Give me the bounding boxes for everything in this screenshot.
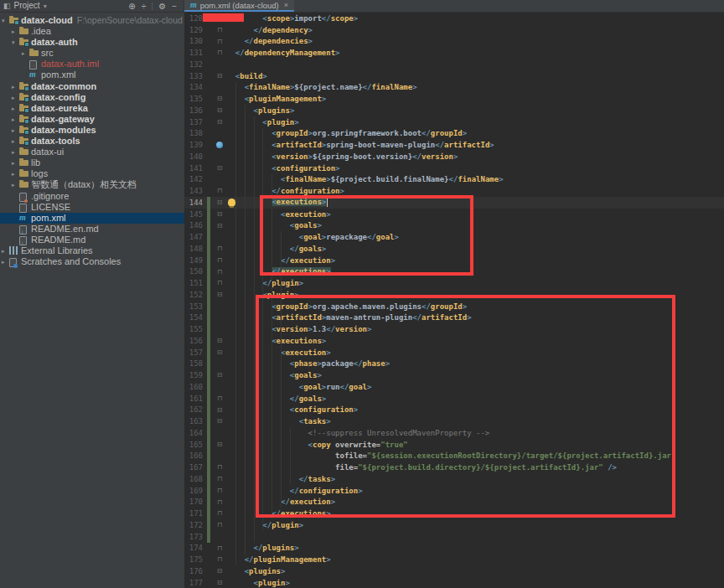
chevron-right-icon[interactable]: ▸ [2,245,5,256]
line-number[interactable]: 165 [186,441,203,449]
collapse-all-icon[interactable]: ÷ [142,2,147,11]
line-number[interactable]: 157 [186,348,203,357]
tree-item-datax-ui[interactable]: ▸datax-ui [0,147,184,157]
line-number[interactable]: 152 [186,291,203,299]
line-number[interactable]: 138 [186,129,203,137]
line-number[interactable]: 170 [186,498,203,506]
tree-item-datax-tools[interactable]: ▸datax-tools [0,136,184,147]
fold-close-marker-icon[interactable]: ⊓ [215,393,225,405]
code-line-129[interactable]: 129⊓ </dependency> [184,24,724,36]
code-line-136[interactable]: 136⊟ <plugins> [184,105,724,116]
line-number[interactable]: 135 [186,95,203,103]
code-line-135[interactable]: 135⊟ <pluginManagement> [184,93,724,105]
line-number[interactable]: 154 [186,313,203,322]
fold-open-marker-icon[interactable]: ⊟ [215,70,225,82]
tree-item-src[interactable]: ▸src [0,48,184,59]
line-number[interactable]: 142 [186,175,203,183]
fold-close-marker-icon[interactable]: ⊓ [215,543,225,554]
tree-item-readme.en.md[interactable]: README.en.md [0,224,184,235]
chevron-right-icon[interactable]: ▸ [2,256,5,267]
fold-close-marker-icon[interactable]: ⊓ [215,277,225,289]
line-number[interactable]: 133 [186,72,203,80]
fold-close-marker-icon[interactable]: ⊓ [215,485,225,497]
line-number[interactable]: 144 [186,199,203,207]
close-icon[interactable]: × [282,1,288,9]
tree-item-pom.xml[interactable]: mpom.xml [0,213,184,224]
intention-bulb-icon[interactable] [228,199,235,206]
chevron-right-icon[interactable]: ▸ [12,179,15,190]
fold-close-marker-icon[interactable]: ⊓ [215,473,225,485]
code-line-130[interactable]: 130⊓ </dependencies> [184,36,724,48]
line-number[interactable]: 128 [186,14,203,23]
gear-icon[interactable]: ⚙ [158,2,166,11]
fold-open-marker-icon[interactable]: ⊟ [215,347,225,358]
code-line-172[interactable]: 172⊓ </plugin> [184,519,724,531]
line-number[interactable]: 176 [186,567,203,575]
line-number[interactable]: 158 [186,359,203,368]
tree-item-lib[interactable]: ▸lib [0,157,184,168]
line-number[interactable]: 146 [186,221,203,230]
line-number[interactable]: 156 [186,337,203,345]
line-number[interactable]: 168 [186,475,203,483]
code-line-173[interactable]: 173 [184,531,724,543]
code-line-138[interactable]: 138 <groupId>org.springframework.boot</g… [184,128,724,140]
tree-item-datax-modules[interactable]: ▸datax-modules [0,125,184,136]
chevron-right-icon[interactable]: ▸ [12,92,15,103]
line-number[interactable]: 173 [186,533,203,541]
tree-item-.idea[interactable]: ▸.idea [0,26,184,37]
tree-item-datax-cloud[interactable]: ▾datax-cloudF:\openSource\datax-cloud [0,15,184,26]
line-number[interactable]: 148 [186,245,203,253]
chevron-right-icon[interactable]: ▸ [12,136,15,147]
line-number[interactable]: 136 [186,106,203,115]
tree-item-scratches-and-consoles[interactable]: ▸Scratches and Consoles [0,256,184,267]
line-number[interactable]: 162 [186,405,203,414]
line-number[interactable]: 141 [186,164,203,173]
chevron-right-icon[interactable]: ▸ [12,168,15,179]
fold-open-marker-icon[interactable]: ⊟ [215,289,225,301]
maven-plugin-gutter-icon[interactable] [216,142,223,148]
locate-file-icon[interactable]: ⊕ [128,2,135,11]
line-number[interactable]: 150 [186,267,203,276]
code-line-137[interactable]: 137⊟ <plugin> [184,116,724,128]
fold-close-marker-icon[interactable]: ⊓ [215,243,225,255]
code-line-176[interactable]: 176⊟ <plugins> [184,565,724,577]
line-number[interactable]: 130 [186,37,203,45]
tree-item-datax-common[interactable]: ▸datax-common [0,81,184,92]
tree-item-datax-eureka[interactable]: ▸datax-eureka [0,103,184,114]
line-number[interactable]: 169 [186,487,203,495]
tab-pom-xml[interactable]: m pom.xml (datax-cloud) × [184,0,294,12]
line-number[interactable]: 171 [186,509,203,518]
fold-open-marker-icon[interactable]: ⊟ [215,415,225,427]
code-line-131[interactable]: 131⊓ </dependencyManagement> [184,47,724,59]
fold-close-marker-icon[interactable]: ⊓ [215,24,225,36]
line-number[interactable]: 164 [186,429,203,437]
line-number[interactable]: 145 [186,210,203,219]
line-number[interactable]: 175 [186,555,203,564]
gutter-icon-cell[interactable] [215,139,225,151]
tree-item-external-libraries[interactable]: ▸External Libraries [0,245,184,256]
fold-close-marker-icon[interactable]: ⊓ [215,47,225,59]
code-line-134[interactable]: 134 <finalName>${project.name}</finalNam… [184,82,724,94]
fold-open-marker-icon[interactable]: ⊟ [215,197,225,209]
fold-open-marker-icon[interactable]: ⊟ [215,369,225,381]
line-number[interactable]: 131 [186,49,203,57]
line-number[interactable]: 147 [186,233,203,241]
fold-open-marker-icon[interactable]: ⊟ [215,209,225,220]
chevron-down-icon[interactable]: ▾ [12,37,15,48]
chevron-right-icon[interactable]: ▸ [12,26,15,37]
fold-close-marker-icon[interactable]: ⊓ [215,255,225,266]
fold-open-marker-icon[interactable]: ⊟ [215,335,225,347]
fold-open-marker-icon[interactable]: ⊟ [215,162,225,174]
line-number[interactable]: 160 [186,383,203,391]
fold-close-marker-icon[interactable]: ⊓ [215,508,225,519]
code-line-141[interactable]: 141⊟ <configuration> [184,162,724,174]
chevron-right-icon[interactable]: ▸ [12,114,15,125]
hide-panel-icon[interactable]: − [172,2,177,11]
line-number[interactable]: 149 [186,256,203,265]
tree-item-license[interactable]: LICENSE [0,202,184,213]
line-number[interactable]: 163 [186,417,203,426]
fold-open-marker-icon[interactable]: ⊟ [215,116,225,128]
chevron-down-icon[interactable]: ▾ [2,15,5,26]
code-line-140[interactable]: 140 <version>${spring-boot.version}</ver… [184,151,724,162]
code-line-128[interactable]: 128 <scope>import</scope> [184,13,724,24]
